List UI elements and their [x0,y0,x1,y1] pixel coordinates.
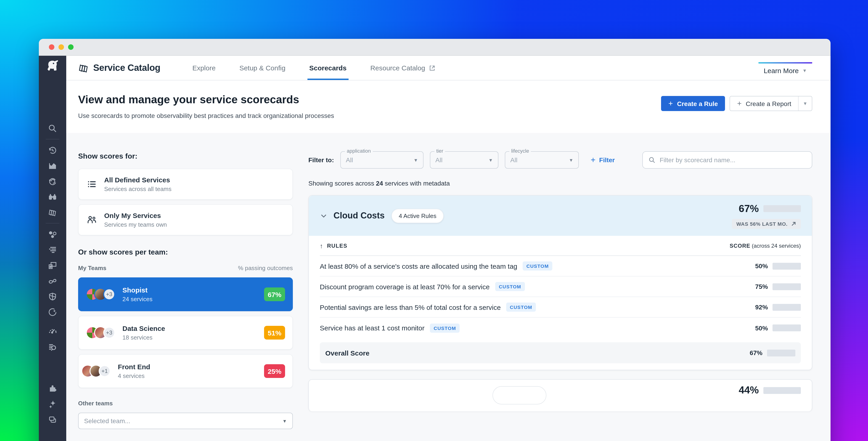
rule-row[interactable]: Potential savings are less than 5% of to… [320,297,801,318]
content-area: Show scores for: All Defined Services Se… [66,133,831,441]
search-icon[interactable] [45,123,60,133]
rule-row[interactable]: At least 80% of a service's costs are al… [320,256,801,276]
team-service-count: 4 services [118,373,150,379]
learn-more-menu[interactable]: Learn More ▼ [758,56,812,80]
filter-value: All [510,156,517,164]
close-window-button[interactable] [49,44,54,50]
duplicate-windows-icon[interactable] [45,415,60,424]
last-month-pill: WAS 56% LAST MO. [732,219,801,229]
zoom-window-button[interactable] [68,44,73,50]
rule-row[interactable]: Discount program coverage is at least 70… [320,276,801,297]
scorecard-header[interactable]: Cloud Costs 4 Active Rules 67% WAS 56% L… [309,196,812,236]
create-report-button[interactable]: + Create a Report [730,96,798,111]
team-avatars: +3 [86,326,115,339]
infrastructure-hexagons-icon[interactable] [45,229,60,239]
scope-title: Only My Services [104,212,167,219]
custom-badge: CUSTOM [430,323,460,332]
sort-arrow-up-icon[interactable]: ↑ [320,242,323,249]
tab-resource-catalog[interactable]: Resource Catalog [359,56,447,80]
logs-lines-icon[interactable] [45,245,60,255]
arrow-up-right-icon[interactable] [791,221,796,227]
my-teams-label: My Teams [78,265,106,271]
scope-only-my-services[interactable]: Only My Services Services my teams own [78,204,293,235]
scores-scope-panel: Show scores for: All Defined Services Se… [78,133,293,441]
team-row-front-end[interactable]: +1 Front End 4 services 25% [78,354,293,388]
team-name: Data Science [122,324,165,332]
avatar-overflow-count: +1 [99,365,111,377]
scope-all-defined-services[interactable]: All Defined Services Services across all… [78,169,293,200]
overall-score-bar [767,349,795,356]
tab-scorecards[interactable]: Scorecards [298,56,359,80]
create-rule-button[interactable]: + Create a Rule [661,96,725,111]
teams-list-header: My Teams % passing outcomes [78,265,293,271]
rules-table-header: ↑ RULES SCORE (across 24 services) [320,236,801,256]
rule-score-bar [773,324,801,331]
add-filter-button[interactable]: + Filter [591,155,615,165]
watchdog-binoculars-icon[interactable] [45,192,60,202]
rule-label: Service has at least 1 cost monitor [320,324,425,332]
plus-icon: + [591,155,595,165]
scorecard-next[interactable]: 44% [308,379,812,411]
page-title: View and manage your service scorecards [78,93,334,106]
scorecard-score: 67% [739,203,759,214]
search-icon [648,156,656,164]
page-actions: + Create a Rule + Create a Report ▼ [661,96,812,119]
rule-score-bar [773,263,801,269]
rule-row[interactable]: Service has at least 1 cost monitor CUST… [320,318,801,338]
create-report-split-button: + Create a Report ▼ [730,96,812,111]
team-score-badge: 67% [264,288,285,301]
rule-label: Potential savings are less than 5% of to… [320,303,501,311]
team-avatars: +3 [86,288,115,301]
team-select-placeholder: Selected team... [84,417,130,424]
ci-circle-star-icon[interactable] [45,307,60,317]
create-report-dropdown-button[interactable]: ▼ [798,96,812,111]
team-service-count: 18 services [122,334,165,341]
integrations-puzzle-icon[interactable] [45,384,60,393]
history-icon[interactable] [45,145,60,155]
chevron-down-icon[interactable] [320,212,328,219]
tab-setup-config[interactable]: Setup & Config [227,56,298,80]
tab-resource-catalog-label: Resource Catalog [370,64,425,72]
filter-legend: tier [434,148,445,153]
people-icon [87,215,97,225]
product-sidebar [39,56,66,441]
dashboards-windows-icon[interactable] [45,261,60,270]
service-catalog-layers-icon[interactable] [45,207,60,217]
filter-lifecycle-dropdown[interactable]: lifecycle All ▼ [505,151,579,169]
app-header: Service Catalog Explore Setup & Config S… [66,56,831,81]
chevron-down-icon: ▼ [802,68,807,73]
team-row-data-science[interactable]: +3 Data Science 18 services 51% [78,316,293,350]
service-count: 24 [376,180,383,187]
rule-score-bar [773,304,801,311]
avatar-overflow-count: +3 [103,288,115,300]
filter-legend: application [345,148,373,153]
plus-icon: + [669,99,673,108]
team-select-dropdown[interactable]: Selected team... ▼ [78,413,293,429]
security-shield-icon[interactable] [45,292,60,301]
plus-icon: + [737,99,742,108]
gauge-icon[interactable] [45,327,60,336]
chevron-down-icon: ▼ [282,418,287,423]
filter-value: All [435,156,442,164]
scorecard-score-bar [764,387,801,394]
scope-subtitle: Services across all teams [104,185,172,193]
filter-legend: lifecycle [509,148,531,153]
bits-ai-sparkles-icon[interactable] [45,400,60,409]
scorecard-search-input[interactable] [660,156,806,164]
metrics-chart-icon[interactable] [45,161,60,171]
filter-application-dropdown[interactable]: application All ▼ [340,151,424,169]
rule-label: Discount program coverage is at least 70… [320,283,490,290]
minimize-window-button[interactable] [59,44,64,50]
team-avatars: +1 [86,365,111,378]
rule-score-bar [773,283,801,290]
rules-table: ↑ RULES SCORE (across 24 services) At le… [309,236,812,370]
sidebar-divider [46,139,59,139]
synthetics-link-icon[interactable] [45,276,60,286]
main-area: Service Catalog Explore Setup & Config S… [66,56,831,441]
team-row-shopist[interactable]: +3 Shopist 24 services 67% [78,277,293,311]
apm-ring-icon[interactable] [45,176,60,186]
scorecard-score: 44% [739,384,759,396]
tab-explore[interactable]: Explore [181,56,227,80]
log-search-icon[interactable] [45,342,60,352]
filter-tier-dropdown[interactable]: tier All ▼ [430,151,498,169]
